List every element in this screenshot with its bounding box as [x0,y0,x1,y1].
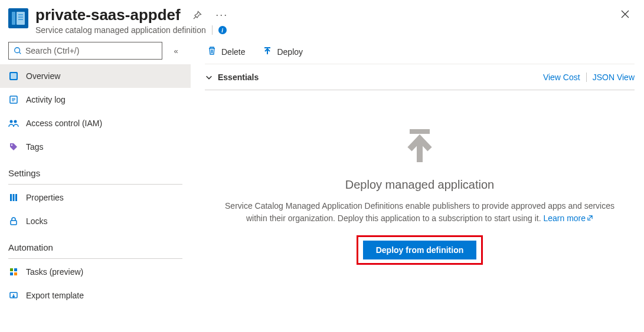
svg-point-10 [10,120,13,123]
svg-rect-20 [14,272,17,275]
resource-type-label: Service catalog managed application defi… [35,25,206,35]
search-icon [14,47,22,55]
sidebar-item-label: Overview [26,71,60,81]
svg-rect-5 [18,19,23,20]
svg-rect-13 [10,194,12,201]
svg-rect-2 [17,12,25,25]
page-title: private-saas-appdef [35,6,181,24]
search-box[interactable] [8,42,162,60]
people-icon [8,118,19,129]
upload-large-icon [399,127,440,170]
essentials-toggle[interactable]: Essentials [205,73,259,82]
sidebar-item-label: Locks [26,216,48,226]
button-label: Deploy [277,47,303,57]
sidebar-item-label: Properties [26,193,64,202]
svg-rect-19 [10,272,13,275]
svg-rect-18 [14,268,17,271]
svg-rect-16 [11,221,17,225]
sidebar-item-label: Tags [26,142,44,152]
lock-icon [8,216,19,226]
more-button[interactable]: ··· [214,7,230,24]
empty-state: Deploy managed application Service Catal… [205,90,635,332]
svg-rect-15 [15,194,17,201]
json-view-link[interactable]: JSON View [593,73,635,82]
sidebar-item-label: Tasks (preview) [26,267,83,277]
essentials-label: Essentials [218,73,259,82]
trash-icon [207,46,217,57]
main-content: Delete Deploy Essentials View Cost JSON … [191,38,644,332]
svg-rect-17 [10,268,13,271]
svg-point-12 [11,144,12,146]
collapse-sidebar-button[interactable]: « [169,44,182,57]
button-label: Delete [221,47,245,57]
search-input[interactable] [25,46,157,55]
essentials-bar: Essentials View Cost JSON View [205,64,635,90]
view-cost-link[interactable]: View Cost [543,73,580,82]
svg-rect-8 [11,73,17,79]
divider [586,73,587,82]
svg-rect-14 [13,194,15,201]
close-icon [620,9,630,19]
upload-icon [263,46,272,57]
chevron-double-left-icon: « [174,47,178,55]
sidebar-section-settings: Settings [0,159,191,182]
sidebar-item-tags[interactable]: Tags [0,135,191,159]
sidebar-item-label: Access control (IAM) [26,119,102,128]
svg-point-11 [14,120,17,123]
chevron-down-icon [205,73,213,81]
highlight-box: Deploy from definition [357,235,483,265]
sidebar-section-automation: Automation [0,233,191,256]
svg-rect-3 [18,14,23,15]
sidebar-item-export-template[interactable]: Export template [0,284,191,307]
sidebar: « Overview Activity log Access control (… [0,38,191,332]
properties-icon [8,192,19,203]
sidebar-item-locks[interactable]: Locks [0,209,191,233]
tag-icon [8,142,19,152]
overview-icon [8,71,19,81]
empty-state-description: Service Catalog Managed Application Defi… [225,200,614,225]
svg-point-6 [15,48,20,53]
tasks-icon [8,267,19,277]
command-bar: Delete Deploy [205,38,635,64]
divider [8,258,182,259]
deploy-button[interactable]: Deploy [260,42,305,61]
svg-rect-4 [18,17,23,18]
external-link-icon [587,215,593,221]
sidebar-item-label: Activity log [26,95,66,104]
info-icon[interactable]: i [218,26,227,34]
export-template-icon [8,290,19,301]
ellipsis-icon: ··· [215,9,228,21]
blade-header: private-saas-appdef ··· Service catalog … [0,0,644,38]
deploy-from-definition-button[interactable]: Deploy from definition [363,241,477,259]
sidebar-item-activity-log[interactable]: Activity log [0,88,191,111]
learn-more-link[interactable]: Learn more [543,213,593,223]
delete-button[interactable]: Delete [205,42,247,61]
sidebar-item-properties[interactable]: Properties [0,186,191,209]
sidebar-item-overview[interactable]: Overview [0,64,191,88]
activity-log-icon [8,94,19,105]
empty-state-title: Deploy managed application [345,178,494,192]
divider [212,25,213,35]
svg-rect-1 [12,12,15,25]
resource-type-icon [8,8,28,28]
sidebar-item-access-control[interactable]: Access control (IAM) [0,111,191,135]
svg-rect-23 [410,129,430,134]
close-button[interactable] [617,6,633,22]
divider [8,184,182,185]
sidebar-item-tasks[interactable]: Tasks (preview) [0,260,191,284]
pin-icon [192,11,202,20]
sidebar-item-label: Export template [26,291,84,300]
pin-button[interactable] [189,7,205,24]
